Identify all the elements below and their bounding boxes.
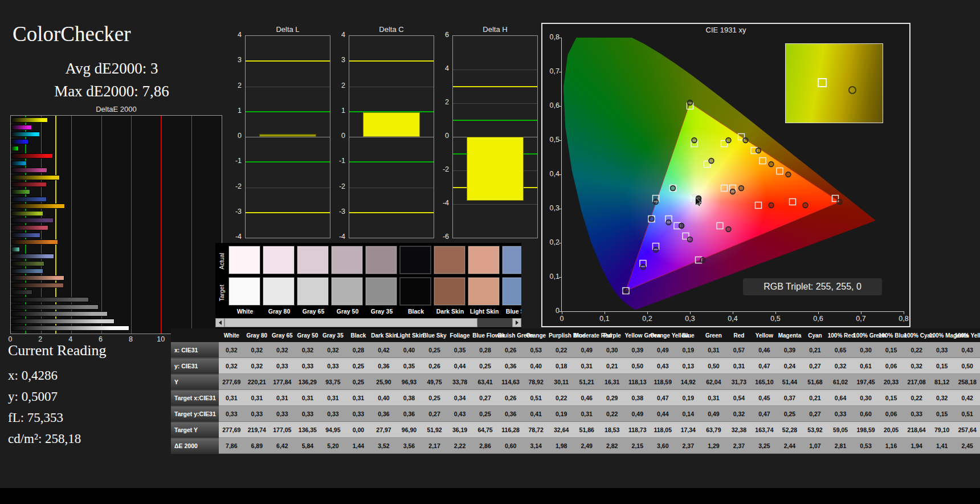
scrollbar-right-button[interactable] xyxy=(512,318,521,327)
deltae2000-chart-title: DeltaE 2000 xyxy=(10,105,222,113)
table-cell: 0,27 xyxy=(472,390,498,406)
table-cell: 1,98 xyxy=(549,438,574,454)
table-cell: 0,13 xyxy=(676,358,701,374)
swatch-label: Blue Sky xyxy=(501,308,521,315)
actual-swatch-0[interactable] xyxy=(228,246,260,274)
table-cell: 0,30 xyxy=(853,390,879,406)
axis-tick-label: 0,3 xyxy=(544,204,560,212)
actual-swatch-3[interactable] xyxy=(331,246,363,274)
table-cell: 0,24 xyxy=(777,358,803,374)
table-row: Y277,69220,21177,84136,2993,750,2525,909… xyxy=(171,374,980,390)
deltae-bar-blue-flower xyxy=(11,254,54,259)
table-cell: 0,31 xyxy=(701,390,726,406)
reading-value: fL: 75,353 xyxy=(8,407,179,428)
target-swatch-4[interactable] xyxy=(365,277,397,306)
table-cell: 2,81 xyxy=(828,438,854,454)
axis-tick-label: 0,5 xyxy=(544,136,560,144)
table-cell: 0,43 xyxy=(954,342,980,358)
scroll-left-icon xyxy=(217,320,222,325)
actual-swatch-4[interactable] xyxy=(365,246,397,274)
column-header: 100% Blue xyxy=(879,328,904,342)
measured-marker-17 xyxy=(769,162,774,167)
table-cell: 177,84 xyxy=(270,374,295,390)
gridline xyxy=(453,103,537,104)
axis-tick-label: -2 xyxy=(434,165,449,173)
axis-tick-label: 0,3 xyxy=(683,315,697,323)
table-cell: 51,44 xyxy=(777,374,803,390)
tick-mark xyxy=(861,311,861,314)
target-swatch-2[interactable] xyxy=(297,277,329,306)
column-header: Green xyxy=(701,328,726,342)
table-cell: 0,47 xyxy=(752,358,777,374)
table-cell: 0,25 xyxy=(346,358,371,374)
table-cell: 0,32 xyxy=(295,342,321,358)
scrollbar-left-button[interactable] xyxy=(215,318,224,327)
target-swatch-5[interactable] xyxy=(399,277,431,306)
delta-l-title: Delta L xyxy=(245,25,330,34)
table-cell: 3,60 xyxy=(650,438,676,454)
deltae-bar-100-cyan xyxy=(11,132,40,137)
scrollbar-thumb[interactable] xyxy=(224,318,477,327)
target-swatch-1[interactable] xyxy=(263,277,295,306)
swatch-column: Gray 65 xyxy=(296,243,330,328)
table-cell: 0,31 xyxy=(270,390,295,406)
target-marker-7 xyxy=(721,185,728,192)
table-cell: 118,73 xyxy=(625,422,651,438)
axis-tick-label: 0 xyxy=(544,307,560,315)
column-header: Gray 65 xyxy=(270,328,295,342)
table-cell: 2,82 xyxy=(599,438,625,454)
table-cell: 0,41 xyxy=(523,406,549,422)
measured-marker-15 xyxy=(688,237,693,242)
actual-swatch-2[interactable] xyxy=(297,246,329,274)
target-swatch-7[interactable] xyxy=(468,277,500,306)
delta-value-bar xyxy=(259,134,316,137)
table-cell: 96,93 xyxy=(397,374,422,390)
table-cell: 0,25 xyxy=(422,390,447,406)
table-cell: 0,33 xyxy=(929,342,955,358)
table-cell: 136,29 xyxy=(295,374,321,390)
target-swatch-8[interactable] xyxy=(502,277,521,306)
swatch-column: Black xyxy=(399,243,433,328)
delta-h-plot-area xyxy=(452,35,538,238)
table-cell: 116,28 xyxy=(498,422,524,438)
target-swatch-3[interactable] xyxy=(331,277,363,306)
deltae-bar-light-skin xyxy=(11,275,64,281)
target-swatch-0[interactable] xyxy=(228,277,260,306)
axis-tick-label: -6 xyxy=(434,233,449,241)
table-cell: 0,33 xyxy=(270,406,295,422)
table-cell: 0,29 xyxy=(599,390,625,406)
actual-swatch-6[interactable] xyxy=(434,246,466,274)
table-cell: 18,53 xyxy=(599,422,625,438)
table-cell: 217,08 xyxy=(904,374,929,390)
table-cell: 51,92 xyxy=(422,422,447,438)
swatch-label: Gray 65 xyxy=(296,308,330,315)
table-cell: 78,72 xyxy=(523,422,549,438)
table-cell: 0,15 xyxy=(879,390,904,406)
axis-tick-label: 4 xyxy=(434,64,449,72)
green-threshold-line xyxy=(453,120,537,121)
gridline xyxy=(349,188,434,188)
measured-marker-29 xyxy=(743,138,748,143)
actual-swatch-5[interactable] xyxy=(399,246,431,274)
table-cell: 0,31 xyxy=(219,390,244,406)
reading-value: y: 0,5007 xyxy=(8,386,179,407)
table-cell: 0,47 xyxy=(752,406,777,422)
axis-tick-label: 2 xyxy=(330,82,345,90)
table-cell: 0,31 xyxy=(295,390,321,406)
actual-swatch-1[interactable] xyxy=(263,246,295,274)
table-cell: 2,37 xyxy=(726,438,752,454)
swatch-column: Light Skin xyxy=(467,243,501,328)
swatch-column: Gray 50 xyxy=(330,243,365,328)
target-swatch-6[interactable] xyxy=(434,277,466,306)
table-cell: 63,79 xyxy=(701,422,726,438)
axis-tick-label: -4 xyxy=(330,233,345,241)
axis-tick-label: 0,8 xyxy=(544,33,560,41)
delta-value-bar xyxy=(467,137,524,201)
table-cell: 0,31 xyxy=(574,358,599,374)
actual-swatch-7[interactable] xyxy=(468,246,500,274)
table-cell: 0,33 xyxy=(295,406,321,422)
swatch-scrollbar[interactable] xyxy=(215,318,521,327)
measured-marker-6 xyxy=(739,186,744,191)
table-cell: 163,74 xyxy=(752,422,777,438)
actual-swatch-8[interactable] xyxy=(502,246,521,274)
